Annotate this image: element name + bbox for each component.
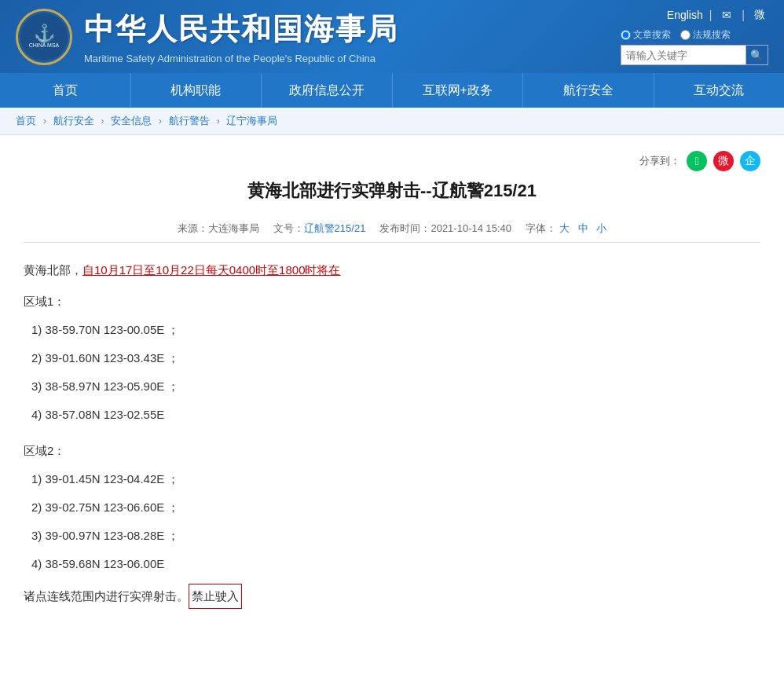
region1-label: 区域1： xyxy=(24,290,760,313)
font-label: 字体： xyxy=(526,222,556,234)
share-wechat-icon[interactable]:  xyxy=(687,151,707,171)
region2-label: 区域2： xyxy=(24,439,760,463)
article-title: 黄海北部进行实弹射击--辽航警215/21 xyxy=(24,179,760,203)
nav-navigation-safety[interactable]: 航行安全 xyxy=(523,73,654,108)
forbidden-text: 禁止驶入 xyxy=(189,584,242,609)
article-body: 黄海北部，自10月17日至10月22日每天0400时至1800时将在 区域1： … xyxy=(24,258,760,609)
weibo-icon[interactable]: 微 xyxy=(751,8,768,22)
search-radio-row: 文章搜索 法规搜索 xyxy=(621,28,768,42)
header-title-block: 中华人民共和国海事局 Maritime Safety Administratio… xyxy=(84,9,398,64)
region1-point3: 3) 38-58.97N 123-05.90E ； xyxy=(31,375,760,398)
body-line1: 黄海北部，自10月17日至10月22日每天0400时至1800时将在 xyxy=(24,258,760,282)
mail-icon[interactable]: ✉ xyxy=(718,8,735,22)
breadcrumb-nav-safety[interactable]: 航行安全 xyxy=(53,115,94,126)
site-title-en: Maritime Safety Administration of the Pe… xyxy=(84,53,398,64)
region2-point3: 3) 39-00.97N 123-08.28E ； xyxy=(31,524,760,548)
site-title-cn: 中华人民共和国海事局 xyxy=(84,9,398,49)
content-wrapper: 分享到：  微 企 黄海北部进行实弹射击--辽航警215/21 来源：大连海事… xyxy=(0,135,784,629)
breadcrumb: 首页 › 航行安全 › 安全信息 › 航行警告 › 辽宁海事局 xyxy=(0,108,784,135)
font-large[interactable]: 大 xyxy=(559,222,570,234)
search-input[interactable] xyxy=(621,45,746,65)
region1-point4: 4) 38-57.08N 123-02.55E xyxy=(31,403,760,427)
main-navbar: 首页 机构职能 政府信息公开 互联网+政务 航行安全 互动交流 xyxy=(0,73,784,108)
region1-point1: 1) 38-59.70N 123-00.05E ； xyxy=(31,318,760,342)
region2-point1: 1) 39-01.45N 123-04.42E ； xyxy=(31,467,760,491)
breadcrumb-liaoning-msa[interactable]: 辽宁海事局 xyxy=(226,115,277,126)
breadcrumb-home[interactable]: 首页 xyxy=(16,115,36,126)
share-qq-icon[interactable]: 企 xyxy=(740,151,760,171)
breadcrumb-safety-info[interactable]: 安全信息 xyxy=(111,115,152,126)
date-value: 2021-10-14 15:40 xyxy=(430,222,511,234)
nav-interaction[interactable]: 互动交流 xyxy=(654,73,785,108)
english-link[interactable]: English xyxy=(667,9,703,21)
share-weibo-icon[interactable]: 微 xyxy=(713,151,734,171)
nav-organization[interactable]: 机构职能 xyxy=(131,73,262,108)
region1-point2: 2) 39-01.60N 123-03.43E ； xyxy=(31,346,760,370)
header-branding: ⚓ CHINA MSA 中华人民共和国海事局 Maritime Safety A… xyxy=(16,9,398,65)
nav-internet-gov[interactable]: 互联网+政务 xyxy=(393,73,524,108)
source-value: 大连海事局 xyxy=(208,222,259,234)
closing-line: 诸点连线范围内进行实弹射击。禁止驶入 xyxy=(24,584,760,609)
doc-label: 文号： xyxy=(273,222,304,234)
page-header: ⚓ CHINA MSA 中华人民共和国海事局 Maritime Safety A… xyxy=(0,0,784,73)
nav-home[interactable]: 首页 xyxy=(0,73,131,108)
region2-point4: 4) 38-59.68N 123-06.00E xyxy=(31,552,760,576)
body-highlight: 自10月17日至10月22日每天0400时至1800时将在 xyxy=(82,263,340,277)
radio-law[interactable]: 法规搜索 xyxy=(680,28,731,42)
share-bar: 分享到：  微 企 xyxy=(24,151,760,171)
breadcrumb-nav-warning[interactable]: 航行警告 xyxy=(169,115,210,126)
date-label: 发布时间： xyxy=(379,222,430,234)
header-links: English | ✉ | 微 xyxy=(667,8,768,22)
nav-gov-info[interactable]: 政府信息公开 xyxy=(262,73,393,108)
font-small[interactable]: 小 xyxy=(596,222,606,234)
logo: ⚓ CHINA MSA xyxy=(16,9,72,65)
search-row: 🔍 xyxy=(621,45,768,65)
body-prefix: 黄海北部， xyxy=(24,263,82,277)
closing-prefix: 诸点连线范围内进行实弹射击。 xyxy=(24,589,189,603)
radio-article[interactable]: 文章搜索 xyxy=(621,28,671,42)
divider1: | xyxy=(709,9,713,21)
header-right: English | ✉ | 微 文章搜索 法规搜索 🔍 xyxy=(621,8,768,65)
article-meta: 来源：大连海事局 文号：辽航警215/21 发布时间：2021-10-14 15… xyxy=(24,215,760,243)
divider2: | xyxy=(742,9,745,21)
share-label: 分享到： xyxy=(639,154,680,168)
header-search: 文章搜索 法规搜索 🔍 xyxy=(621,28,768,65)
doc-link[interactable]: 辽航警215/21 xyxy=(304,222,366,234)
region2-point2: 2) 39-02.75N 123-06.60E ； xyxy=(31,496,760,519)
search-button[interactable]: 🔍 xyxy=(746,45,768,65)
source-label: 来源： xyxy=(178,222,208,234)
font-medium[interactable]: 中 xyxy=(578,222,588,234)
